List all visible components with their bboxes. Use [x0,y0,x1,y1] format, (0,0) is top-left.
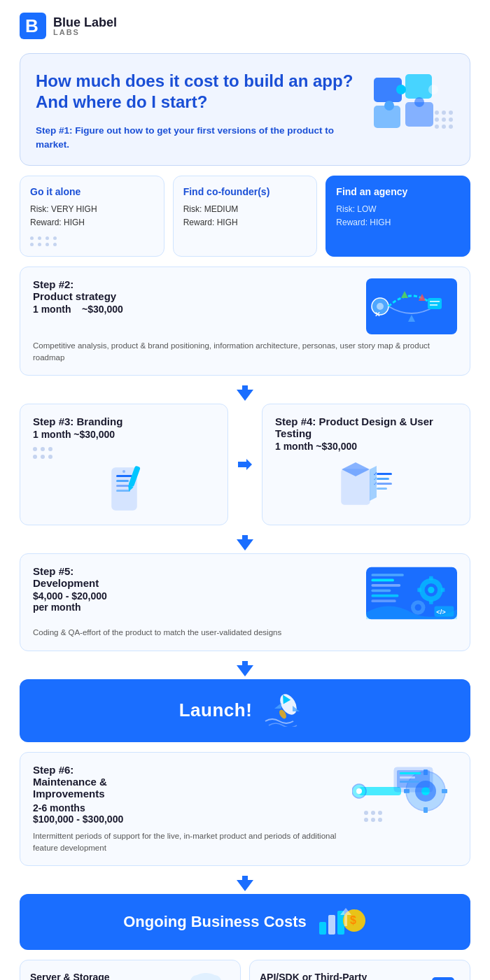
svg-text:✓: ✓ [373,481,378,487]
step5-desc: Coding & QA-effort of the product to mat… [33,627,457,639]
logo-brand: Blue Label [53,16,117,29]
launch-title: Launch! [179,700,253,721]
step6-left: Step #6:Maintenance &Improvements 2-6 mo… [33,764,352,855]
svg-rect-97 [328,915,335,935]
step6-card: Step #6:Maintenance &Improvements 2-6 mo… [20,752,470,867]
svg-point-35 [122,470,125,473]
svg-rect-53 [371,584,400,587]
svg-rect-61 [429,601,433,605]
svg-point-14 [442,118,446,122]
ongoing-title: Ongoing Business Costs [123,913,307,931]
svg-rect-83 [442,789,447,793]
svg-point-16 [435,125,439,129]
svg-rect-45 [377,488,387,490]
svg-rect-54 [371,590,391,592]
step2-desc: Competitive analysis, product & brand po… [33,340,457,364]
launch-banner: Launch! [20,679,470,742]
arrow-step6-ongoing [20,876,470,891]
svg-rect-3 [405,74,432,99]
api-text: API/SDK or Third-Party Technology $500-$… [260,972,411,980]
step5-title: Step #5:Development [33,565,366,589]
arrow-step5-launch [20,661,470,676]
logo-icon: B [20,13,46,39]
svg-point-11 [442,111,446,115]
svg-rect-34 [116,490,130,492]
option-cofounder: Find co-founder(s) Risk: MEDIUM Reward: … [173,176,318,257]
svg-rect-43 [377,478,389,480]
svg-rect-86 [400,772,421,774]
svg-rect-63 [441,588,445,592]
step5-left: Step #5:Development $4,000 - $20,000per … [33,565,366,613]
ongoing-icon: $ [318,905,367,939]
svg-rect-96 [319,922,326,935]
svg-text:✕: ✕ [374,311,380,318]
option-agency-title: Find an agency [336,186,460,197]
option-go-alone-title: Go it alone [30,186,154,197]
svg-rect-44 [377,483,392,485]
svg-point-13 [435,118,439,122]
step2-illustration: ✕ [366,278,457,334]
arrow-step3-4 [237,404,253,525]
step6-time: 2-6 months$100,000 - $300,000 [33,802,352,825]
svg-rect-52 [371,579,394,582]
logo-sub: LABS [53,29,117,36]
main-content: How much does it cost to build an app? A… [0,46,490,980]
svg-rect-51 [371,574,403,577]
svg-marker-68 [237,661,253,676]
hero-card: How much does it cost to build an app? A… [20,53,470,166]
step5-time: $4,000 - $20,000per month [33,590,366,613]
svg-point-59 [428,587,434,593]
hero-illustration [370,71,454,134]
option-cofounder-risk: Risk: MEDIUM Reward: HIGH [183,203,307,229]
svg-rect-22 [428,298,442,309]
svg-text:$: $ [350,914,356,926]
svg-rect-42 [377,473,392,475]
svg-point-89 [364,811,368,815]
svg-rect-56 [371,600,396,603]
server-card: Server & Storage $250 to $500per month >… [20,960,241,980]
svg-point-65 [415,604,421,611]
svg-rect-109 [432,977,454,980]
step6-desc: Intermittent periods of support for the … [33,830,352,855]
step5-illustration: </> [366,565,457,621]
step2-card: Step #2:Product strategy 1 month ~$30,00… [20,267,470,376]
server-icon: >>> [181,972,230,980]
svg-rect-81 [424,807,428,813]
svg-rect-31 [116,475,132,477]
svg-point-93 [371,818,375,822]
svg-point-10 [435,111,439,115]
option-agency: Find an agency Risk: LOW Reward: HIGH [326,176,470,257]
step2-title: Step #2:Product strategy [33,278,366,302]
svg-marker-29 [237,385,253,401]
step6-title: Step #6:Maintenance &Improvements [33,764,352,800]
option-go-alone-risk: Risk: VERY HIGH Reward: HIGH [30,203,154,229]
logo-text: Blue Label LABS [53,16,117,36]
svg-rect-62 [417,588,421,592]
server-text: Server & Storage $250 to $500per month [30,972,110,980]
ongoing-banner: Ongoing Business Costs $ [20,894,470,950]
svg-text:B: B [25,15,38,36]
svg-point-21 [377,303,384,310]
step3-time: 1 month ~$30,000 [33,429,215,440]
svg-point-15 [449,118,453,122]
arrow-step2-3 [20,385,470,401]
step2-left: Step #2:Product strategy 1 month ~$30,00… [33,278,366,315]
svg-marker-38 [238,459,252,470]
svg-point-92 [364,818,368,822]
step2-header: Step #2:Product strategy 1 month ~$30,00… [33,278,457,334]
api-card: API/SDK or Third-Party Technology $500-$… [249,960,470,980]
svg-rect-88 [400,781,419,783]
step3-4-row: Step #3: Branding 1 month ~$30,000 [20,404,470,525]
svg-rect-32 [116,480,129,482]
svg-point-17 [442,125,446,129]
header: B Blue Label LABS [0,0,490,46]
step2-time: 1 month ~$30,000 [33,304,366,315]
svg-point-9 [428,85,438,94]
hero-step-label: Step #1: [36,125,73,136]
svg-point-94 [378,818,382,822]
svg-marker-95 [237,876,253,891]
option-cofounder-title: Find co-founder(s) [183,186,307,197]
api-icon: SDK API [411,972,460,980]
svg-point-90 [371,811,375,815]
option-go-alone: Go it alone Risk: VERY HIGH Reward: HIGH [20,176,164,257]
